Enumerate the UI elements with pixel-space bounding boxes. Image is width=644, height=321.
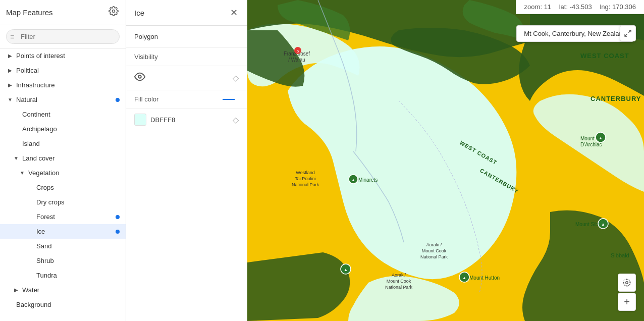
- location-tooltip: Mt Cook, Canterbury, New Zealand: [516, 25, 634, 42]
- detail-panel: Ice ✕ Polygon Visibility ◇ Fill color DB…: [126, 0, 247, 321]
- svg-text:CANTERBURY: CANTERBURY: [591, 95, 641, 102]
- sidebar-item-infrastructure[interactable]: ▶ Infrastructure: [0, 78, 126, 92]
- map-topbar: zoom: 11 lat: -43.503 lng: 170.306: [516, 0, 644, 14]
- sidebar-item-water[interactable]: ▶ Water: [0, 283, 126, 297]
- lng-value: 170.306: [612, 3, 636, 11]
- lat-label: lat:: [559, 3, 568, 11]
- svg-text:Mount Cook: Mount Cook: [387, 279, 411, 284]
- detail-type-section: Polygon: [126, 26, 247, 48]
- sidebar-item-label: Infrastructure: [16, 81, 55, 89]
- location-text: Mt Cook, Canterbury, New Zealand: [524, 30, 626, 37]
- location-button[interactable]: [618, 274, 636, 292]
- svg-text:Sibbald: Sibbald: [611, 252, 629, 258]
- svg-text:▲: ▲: [601, 222, 605, 227]
- svg-text:▲: ▲: [462, 276, 466, 280]
- filter-bar: ≡: [0, 25, 126, 48]
- chevron-icon: ▶: [6, 82, 14, 88]
- chevron-icon: ▼: [18, 170, 26, 176]
- sidebar-item-archipelago[interactable]: Archipelago: [0, 122, 126, 136]
- svg-text:Aoraki /: Aoraki /: [426, 242, 442, 247]
- sidebar-item-dry-crops[interactable]: Dry crops: [0, 195, 126, 209]
- sidebar: Map Features ≡ ▶ Points of interest ▶ Po…: [0, 0, 126, 321]
- sidebar-item-label: Natural: [16, 96, 37, 103]
- location-icon: [622, 278, 631, 287]
- close-button[interactable]: ✕: [229, 6, 239, 19]
- svg-text:▲: ▲: [351, 178, 355, 182]
- chevron-icon: ▶: [6, 53, 14, 59]
- sidebar-item-label: Water: [22, 286, 39, 294]
- filter-input[interactable]: [6, 29, 120, 44]
- sidebar-item-label: Vegetation: [28, 169, 59, 177]
- sidebar-item-sand[interactable]: Sand: [0, 239, 126, 253]
- sidebar-item-shrub[interactable]: Shrub: [0, 253, 126, 268]
- sidebar-item-continent[interactable]: Continent: [0, 107, 126, 122]
- lat-value: -43.503: [570, 3, 592, 11]
- sidebar-item-label: Shrub: [36, 257, 54, 264]
- color-swatch[interactable]: [134, 114, 146, 126]
- svg-text:Aoraki/: Aoraki/: [392, 273, 406, 278]
- detail-header: Ice ✕: [126, 0, 247, 26]
- svg-text:▲: ▲: [599, 136, 603, 140]
- svg-text:Mount Hutton: Mount Hutton: [469, 275, 500, 281]
- tree-list: ▶ Points of interest ▶ Political ▶ Infra…: [0, 48, 126, 312]
- active-dot: [116, 98, 120, 102]
- map-canvas[interactable]: WEST COAST CANTERBURY WEST COAST CANTERB…: [247, 0, 644, 321]
- fullscreen-button[interactable]: [620, 25, 636, 41]
- svg-text:D'Archiac: D'Archiac: [580, 142, 602, 147]
- color-swatch-row[interactable]: DBFFF8 ◇: [126, 109, 247, 131]
- sidebar-item-label: Dry crops: [36, 198, 65, 206]
- zoom-in-button[interactable]: +: [618, 293, 636, 311]
- chevron-icon: ▼: [12, 155, 20, 161]
- sidebar-item-ice[interactable]: Ice: [0, 224, 126, 239]
- svg-text:6: 6: [297, 49, 299, 54]
- sidebar-item-label: Archipelago: [22, 125, 57, 133]
- svg-point-38: [626, 282, 628, 284]
- chevron-icon: ▼: [6, 97, 14, 102]
- visibility-row: Visibility: [126, 48, 247, 66]
- map-controls: +: [618, 274, 636, 311]
- sidebar-item-label: Land cover: [22, 154, 55, 162]
- sidebar-item-natural[interactable]: ▼ Natural: [0, 92, 126, 107]
- svg-text:Mount: Mount: [580, 136, 595, 141]
- sidebar-item-forest[interactable]: Forest: [0, 209, 126, 224]
- svg-line-36: [628, 30, 631, 33]
- sidebar-header: Map Features: [0, 0, 126, 25]
- sidebar-item-points-of-interest[interactable]: ▶ Points of interest: [0, 48, 126, 63]
- sidebar-item-political[interactable]: ▶ Political: [0, 63, 126, 78]
- detail-title: Ice: [134, 9, 144, 17]
- chevron-icon: ▶: [12, 287, 20, 293]
- fullscreen-icon: [624, 29, 632, 37]
- svg-line-37: [625, 34, 627, 36]
- visibility-label: Visibility: [134, 53, 158, 61]
- sidebar-item-label: Background: [16, 301, 51, 308]
- svg-text:Mount Cook: Mount Cook: [422, 248, 447, 253]
- svg-text:Tai Poutini: Tai Poutini: [295, 176, 316, 181]
- visibility-controls-row: ◇: [126, 66, 247, 90]
- svg-text:National Park: National Park: [420, 254, 448, 259]
- sidebar-item-land-cover[interactable]: ▼ Land cover: [0, 151, 126, 166]
- sidebar-item-label: Continent: [22, 111, 50, 118]
- sidebar-item-label: Forest: [36, 213, 55, 221]
- sidebar-item-label: Sand: [36, 242, 51, 250]
- sidebar-item-background[interactable]: Background: [0, 297, 126, 312]
- svg-point-0: [113, 10, 115, 13]
- eye-icon[interactable]: [134, 71, 145, 85]
- active-dot: [116, 215, 120, 219]
- diamond-icon[interactable]: ◇: [233, 73, 239, 83]
- sidebar-item-island[interactable]: Island: [0, 136, 126, 151]
- svg-text:National Park: National Park: [385, 285, 413, 290]
- diamond-icon-2[interactable]: ◇: [233, 115, 239, 125]
- fill-color-row: Fill color: [126, 90, 247, 109]
- sidebar-item-vegetation[interactable]: ▼ Vegetation: [0, 166, 126, 180]
- map-area: zoom: 11 lat: -43.503 lng: 170.306: [247, 0, 644, 321]
- lng-label: lng:: [600, 3, 610, 11]
- sidebar-item-label: Crops: [36, 184, 54, 191]
- sidebar-item-tundra[interactable]: Tundra: [0, 268, 126, 283]
- gear-button[interactable]: [108, 5, 120, 20]
- sidebar-item-label: Island: [22, 140, 40, 147]
- zoom-value: 11: [544, 3, 551, 11]
- chevron-icon: ▶: [6, 68, 14, 73]
- sidebar-item-label: Points of interest: [16, 52, 65, 60]
- sidebar-item-crops[interactable]: Crops: [0, 180, 126, 195]
- plus-icon: +: [624, 296, 630, 308]
